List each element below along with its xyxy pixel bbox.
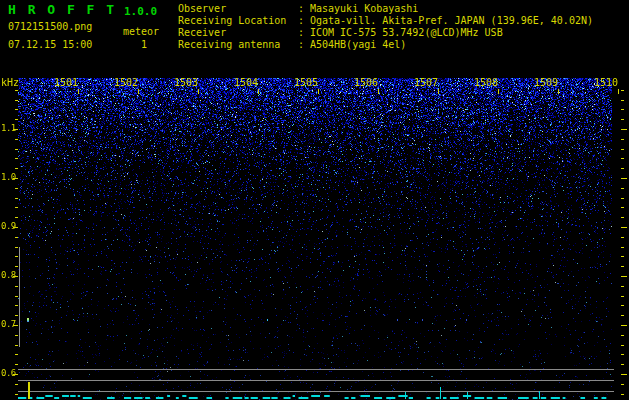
x-axis-tick — [558, 89, 559, 94]
meteor-echo-ping — [422, 319, 423, 321]
y-axis-tick-left — [15, 217, 18, 218]
y-axis-tick-right — [621, 305, 624, 306]
y-axis-tick-left — [15, 149, 18, 150]
x-axis-label: 1501 — [52, 78, 78, 88]
x-axis-tick — [498, 89, 499, 94]
y-axis-tick-left — [15, 158, 18, 159]
x-axis-label: 1510 — [592, 78, 618, 88]
x-axis-label: 1502 — [112, 78, 138, 88]
y-axis-tick-right — [621, 207, 624, 208]
x-axis-label: 1506 — [352, 78, 378, 88]
y-axis-tick-left — [15, 207, 18, 208]
y-axis-tick-right — [621, 315, 624, 316]
x-axis-tick — [618, 89, 619, 94]
app-logo: H R O F F T — [8, 3, 116, 16]
y-axis-tick-left — [15, 335, 18, 336]
y-axis-tick-left — [13, 374, 18, 375]
station-info-row: Receiver: ICOM IC-575 53.7492(@LCD)MHz U… — [178, 28, 503, 38]
y-axis-unit-label: kHz — [1, 78, 19, 88]
y-axis-tick-right — [621, 286, 624, 287]
y-axis-tick-left — [15, 345, 18, 346]
y-axis-tick-left — [13, 227, 18, 228]
y-axis-tick-left — [15, 305, 18, 306]
info-label: Receiving Location — [178, 16, 298, 26]
y-axis-tick-left — [15, 90, 18, 91]
y-axis-tick-right — [621, 109, 624, 110]
y-axis-tick-left — [15, 266, 18, 267]
info-colon: : — [298, 28, 310, 38]
output-filename: 0712151500.png — [8, 22, 92, 32]
y-axis-tick-right — [621, 296, 624, 297]
x-axis-tick — [438, 89, 439, 94]
y-axis-tick-right — [621, 129, 627, 130]
app-version: 1.0.0 — [124, 6, 157, 17]
y-axis-tick-left — [15, 188, 18, 189]
y-axis-tick-left — [15, 256, 18, 257]
y-axis-tick-right — [621, 335, 624, 336]
info-value: ICOM IC-575 53.7492(@LCD)MHz USB — [310, 27, 503, 38]
y-axis-tick-left — [15, 384, 18, 385]
hrofft-spectrogram-output: H R O F F T 1.0.0 0712151500.png meteor … — [0, 0, 629, 400]
y-axis-tick-left — [15, 109, 18, 110]
info-colon: : — [298, 16, 310, 26]
y-axis-tick-left — [15, 286, 18, 287]
y-axis-tick-left — [15, 168, 18, 169]
x-axis-label: 1503 — [172, 78, 198, 88]
meteor-count: 1 — [141, 40, 147, 50]
x-axis-label: 1505 — [292, 78, 318, 88]
y-axis-tick-left — [15, 100, 18, 101]
x-axis-tick — [258, 89, 259, 94]
y-axis-tick-left — [15, 364, 18, 365]
signal-grid-line — [18, 369, 614, 370]
y-axis-tick-right — [621, 227, 627, 228]
x-axis-tick — [318, 89, 319, 94]
info-label: Receiving antenna — [178, 40, 298, 50]
station-info-row: Receiving antenna: A504HB(yagi 4el) — [178, 40, 406, 50]
y-axis-tick-left — [15, 354, 18, 355]
y-axis-tick-left — [13, 178, 18, 179]
y-axis-tick-right — [621, 256, 624, 257]
info-label: Receiver — [178, 28, 298, 38]
y-axis-tick-left — [13, 129, 18, 130]
info-value: Masayuki Kobayashi — [310, 3, 418, 14]
mode-label: meteor — [123, 27, 159, 37]
y-axis-tick-left — [15, 247, 18, 248]
y-axis-tick-right — [621, 178, 627, 179]
y-axis-tick-right — [621, 364, 624, 365]
signal-grid-line — [18, 391, 614, 392]
x-axis-label: 1509 — [532, 78, 558, 88]
y-axis-tick-left — [15, 296, 18, 297]
y-axis-tick-right — [621, 188, 624, 189]
y-axis-tick-right — [621, 354, 624, 355]
x-axis-tick — [378, 89, 379, 94]
info-label: Observer — [178, 4, 298, 14]
signal-spike — [440, 387, 441, 399]
meteor-echo-streak — [19, 247, 20, 347]
info-colon: : — [298, 40, 310, 50]
y-axis-tick-right — [621, 198, 624, 199]
y-axis-tick-left — [15, 315, 18, 316]
y-axis-tick-left — [15, 198, 18, 199]
meteor-echo-ping — [466, 319, 467, 321]
station-info-row: Observer: Masayuki Kobayashi — [178, 4, 418, 14]
y-axis-tick-right — [621, 100, 624, 101]
x-axis-tick — [78, 89, 79, 94]
y-axis-tick-right — [621, 374, 627, 375]
signal-grid-line — [18, 380, 614, 381]
signal-spike — [467, 392, 468, 399]
y-axis-tick-right — [621, 384, 624, 385]
meteor-echo-ping — [267, 319, 268, 321]
y-axis-tick-right — [621, 266, 624, 267]
y-axis-tick-right — [621, 119, 624, 120]
station-info-row: Receiving Location: Ogata-vill. Akita-Pr… — [178, 16, 593, 26]
y-axis-tick-right — [621, 217, 624, 218]
x-axis-label: 1508 — [472, 78, 498, 88]
y-axis-tick-right — [621, 149, 624, 150]
x-axis-label: 1507 — [412, 78, 438, 88]
info-value: A504HB(yagi 4el) — [310, 39, 406, 50]
y-axis-tick-right — [621, 90, 624, 91]
y-axis-tick-left — [15, 237, 18, 238]
y-axis-tick-left — [13, 325, 18, 326]
y-axis-tick-right — [621, 247, 624, 248]
meteor-echo-ping-strong — [27, 318, 29, 322]
